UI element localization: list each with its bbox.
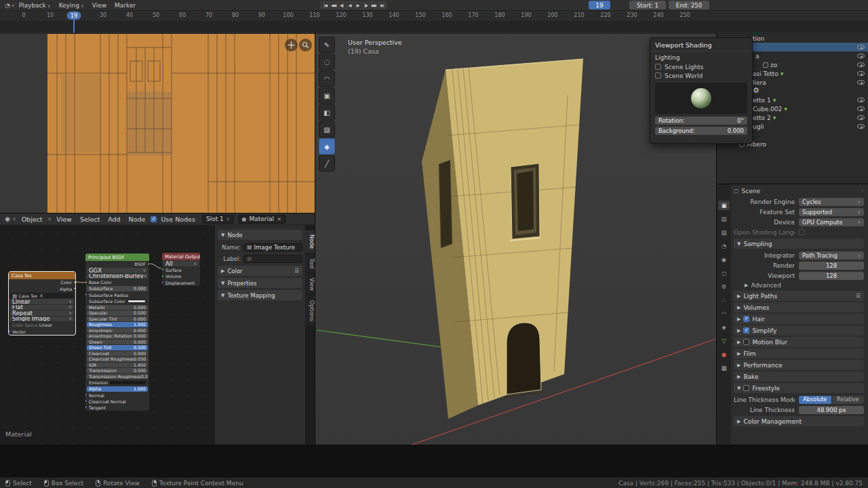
node-dropdown-repeat[interactable]: Repeat∨	[10, 310, 74, 316]
number-field-viewport[interactable]: 128	[799, 272, 864, 280]
section-light-paths[interactable]: ▶Light Paths☰	[734, 291, 864, 301]
output-input-displacement[interactable]: Displacement	[162, 280, 200, 287]
bsdf-slider-roughness[interactable]: Roughness1.000	[87, 322, 148, 327]
socket-icon[interactable]	[85, 293, 87, 296]
socket-icon[interactable]	[85, 399, 87, 403]
frame-start-field[interactable]: Start: 1	[629, 1, 666, 9]
section-motion-blur[interactable]: ▶Motion Blur	[734, 337, 864, 347]
tool-annotate-tool[interactable]: ╱	[319, 155, 335, 171]
socket-icon[interactable]	[85, 393, 87, 396]
world-tab[interactable]: ◉	[718, 255, 730, 264]
modifiers-tab[interactable]: ⚙	[718, 282, 730, 291]
socket-icon[interactable]	[162, 268, 164, 271]
node-canvas[interactable]: Casa Tex ColorAlpha▦Casa Tex×Linear∨Flat…	[0, 225, 315, 445]
output-input-surface[interactable]: Surface	[162, 267, 200, 274]
image-node-header[interactable]: Casa Tex	[9, 272, 75, 279]
socket-icon[interactable]	[73, 287, 75, 290]
bsdf-slider-clearcoat[interactable]: Clearcoat0.000	[87, 351, 148, 357]
bsdf-color-subsurface-color[interactable]: Subsurface Color	[85, 298, 149, 304]
socket-icon[interactable]	[162, 281, 164, 284]
node-dropdown-flat[interactable]: Flat∨	[10, 305, 74, 310]
menu-shader-node[interactable]: Node	[125, 216, 150, 223]
section-simplify[interactable]: ▶✓Simplify	[734, 325, 864, 336]
bsdf-slider-specular[interactable]: Specular0.500	[87, 310, 148, 316]
socket-icon[interactable]	[85, 405, 87, 409]
sidebar-tab-options[interactable]: Options	[305, 296, 315, 325]
segment-absolute[interactable]: Absolute	[799, 396, 831, 404]
render-tab[interactable]: ▣	[718, 201, 730, 210]
input-socket-vector[interactable]: Vector	[9, 329, 75, 336]
slot-selector[interactable]: Slot 1 ∨	[202, 215, 234, 224]
node-dropdown-single-image[interactable]: Single Image∨	[10, 317, 74, 322]
bsdf-socket-icon[interactable]	[147, 262, 149, 266]
uv-canvas[interactable]	[0, 34, 315, 214]
section-performance[interactable]: ▶Performance	[734, 360, 864, 370]
hdri-sphere-preview[interactable]	[691, 88, 711, 108]
hdri-preview-well[interactable]	[655, 83, 747, 114]
menu-tl-view[interactable]: View	[88, 2, 111, 9]
dropdown-integrator[interactable]: Path Tracing∨	[799, 251, 864, 260]
texture-tab[interactable]: ▦	[718, 363, 730, 373]
bsdf-input-subsurface-radius[interactable]: Subsurface Radius	[85, 292, 149, 298]
checkbox-motion-blur[interactable]	[743, 339, 749, 345]
visibility-eye-icon[interactable]	[857, 80, 865, 85]
bsdf-slider-sheen[interactable]: Sheen0.000	[87, 340, 148, 345]
bsdf-slider-sheen-tint[interactable]: Sheen Tint0.500	[87, 345, 148, 350]
material-tab[interactable]: ●	[718, 350, 730, 359]
section-film[interactable]: ▶Film	[734, 348, 864, 359]
output-node-header[interactable]: Material Output	[162, 253, 200, 260]
checkbox-hair[interactable]: ✓	[743, 316, 749, 322]
bsdf-input-tangent[interactable]: Tangent	[85, 405, 149, 411]
image-texture-node[interactable]: Casa Tex ColorAlpha▦Casa Tex×Linear∨Flat…	[8, 271, 76, 336]
rotation-slider[interactable]: Rotation: 0°	[655, 117, 747, 125]
menu-shader-add[interactable]: Add	[104, 216, 124, 223]
prev-keyframe-button[interactable]: ◀◀	[330, 1, 337, 9]
checkbox-freestyle[interactable]	[743, 385, 749, 391]
output-tab[interactable]: ▤	[718, 214, 730, 224]
bsdf-slider-anisotropic[interactable]: Anisotropic0.000	[87, 328, 148, 333]
jump-to-start-button[interactable]: |◀	[321, 1, 329, 9]
prev-frame-button[interactable]: ◀|	[338, 1, 345, 9]
bsdf-output-socket[interactable]: BSDF	[85, 261, 149, 267]
bsdf-input-base-color[interactable]: Base Color	[85, 279, 149, 285]
panel-section-color[interactable]: ▶Color☰	[218, 266, 302, 276]
visibility-eye-icon[interactable]	[857, 115, 865, 120]
output-input-volume[interactable]: Volume	[162, 273, 200, 280]
visibility-eye-icon[interactable]	[857, 62, 865, 67]
tool-soften-brush[interactable]: ◌	[319, 54, 335, 70]
shader-editor-type-icon[interactable]: ◉	[3, 216, 12, 222]
output-socket-alpha[interactable]: Alpha	[9, 286, 75, 293]
tool-draw-brush[interactable]: ✎	[319, 37, 335, 53]
section-hair[interactable]: ▶✓Hair	[734, 314, 864, 324]
sidebar-tab-node[interactable]: Node	[305, 230, 315, 253]
visibility-eye-icon[interactable]	[857, 106, 865, 111]
socket-icon[interactable]	[9, 329, 11, 333]
node-dropdown-linear[interactable]: Linear∨	[10, 299, 74, 304]
panel-section-texture-mapping[interactable]: ▼Texture Mapping	[218, 290, 302, 300]
pin-id-icon[interactable]: ◦	[861, 188, 864, 194]
bsdf-input-normal[interactable]: Normal	[85, 392, 149, 399]
play-reverse-button[interactable]: ◀	[346, 1, 353, 9]
collection-checkbox[interactable]	[763, 62, 768, 68]
number-field-render[interactable]: 128	[799, 262, 864, 270]
number-field-line-thickness[interactable]: 48.900 px	[799, 406, 864, 414]
color-swatch[interactable]	[127, 300, 146, 303]
menu-tl-keying[interactable]: Keying ∨	[55, 2, 88, 9]
menu-tl-marker[interactable]: Marker	[111, 2, 140, 9]
node-panel-section[interactable]: ▼ Node	[218, 230, 302, 240]
tool-fill-brush[interactable]: ◧	[319, 104, 335, 121]
tool-clone-brush[interactable]: ▣	[319, 87, 335, 104]
frame-ruler[interactable]: 0103040506070809010011012013014015016017…	[0, 11, 868, 22]
frame-end-field[interactable]: End: 250	[669, 1, 709, 9]
timeline-editor-type-icon[interactable]: ◔	[3, 2, 12, 9]
tool-smear-brush[interactable]: ◠	[319, 70, 335, 87]
socket-icon[interactable]	[162, 274, 164, 278]
play-button[interactable]: ▶	[354, 1, 361, 9]
next-keyframe-button[interactable]: ▶▶	[370, 1, 378, 9]
section-bake[interactable]: ▶Bake	[734, 371, 864, 382]
dropdown-feature-set[interactable]: Supported∨	[799, 208, 864, 216]
socket-icon[interactable]	[73, 281, 75, 284]
unlink-image-icon[interactable]: ×	[39, 293, 44, 298]
section-color-management[interactable]: ▶Color Management	[734, 416, 864, 426]
material-output-node[interactable]: Material Output All ∨ SurfaceVolumeDispl…	[161, 252, 201, 287]
